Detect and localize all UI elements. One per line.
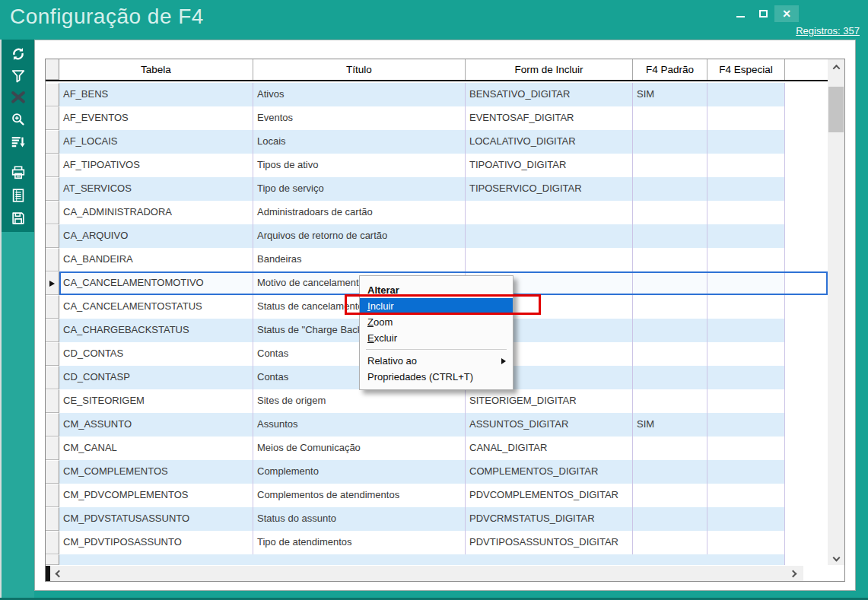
vertical-scrollbar[interactable]	[828, 59, 844, 565]
scroll-left-button[interactable]	[51, 566, 66, 581]
column-header-f4-padrao[interactable]: F4 Padrão	[633, 59, 707, 80]
table-row[interactable]: CM_ASSUNTOAssuntosASSUNTOS_DIGITARSIM	[46, 413, 828, 437]
cell-tabela: AF_BENS	[59, 83, 253, 106]
menu-item-alterar[interactable]: Alterar	[360, 282, 513, 298]
page-title: Configuração de F4	[10, 5, 204, 29]
scroll-up-button[interactable]	[828, 59, 844, 75]
vertical-scroll-thumb[interactable]	[828, 87, 844, 132]
cell-form	[466, 201, 633, 224]
row-filler	[785, 224, 828, 248]
cell-tabela: AF_EVENTOS	[59, 106, 253, 130]
table-row[interactable]: CM_COMPLEMENTOSComplementoCOMPLEMENTOS_D…	[46, 460, 828, 484]
cell-f4-especial	[707, 460, 785, 484]
table-row[interactable]: CE_SITEORIGEMSites de origemSITEORIGEM_D…	[46, 389, 828, 413]
cell-f4-padrao: SIM	[633, 83, 707, 106]
column-header-form-de-incluir[interactable]: Form de Incluir	[466, 59, 633, 80]
zoom-button[interactable]	[2, 110, 34, 129]
close-icon: ✕	[782, 8, 791, 19]
window-controls: ✕	[729, 5, 799, 22]
maximize-icon	[759, 10, 768, 17]
refresh-button[interactable]	[2, 44, 34, 64]
menu-item-incluir[interactable]: Incluir	[360, 298, 513, 314]
row-filler	[785, 319, 828, 342]
cell-form: TIPOSERVICO_DIGITAR	[466, 177, 633, 201]
menu-item-relativo-ao[interactable]: Relativo ao	[360, 353, 513, 369]
cell-titulo: Status do assunto	[253, 507, 466, 531]
cell-form: PDVTIPOSASSUNTOS_DIGITAR	[466, 531, 633, 554]
table-row[interactable]: CM_PDVCOMPLEMENTOSComplementos de atendi…	[46, 484, 828, 507]
column-header-f4-especial[interactable]: F4 Especial	[707, 59, 785, 80]
filter-button[interactable]	[2, 66, 34, 86]
chevron-right-icon	[789, 570, 796, 577]
cell-f4-padrao	[633, 342, 707, 366]
titlebar: Configuração de F4 ✕ Registros: 357	[0, 0, 868, 40]
row-indicator	[46, 366, 59, 389]
report-button[interactable]	[2, 186, 34, 205]
cell-titulo: Locais	[253, 130, 466, 154]
cell-f4-especial	[707, 154, 785, 177]
row-indicator	[46, 531, 59, 554]
table-row[interactable]: AF_LOCAISLocaisLOCALATIVO_DIGITAR	[46, 130, 828, 154]
table-row[interactable]: CA_ARQUIVOArquivos de retorno de cartão	[46, 224, 828, 248]
indicator-header-cell	[46, 59, 59, 80]
row-filler	[785, 460, 828, 484]
row-filler	[785, 389, 828, 413]
horizontal-scrollbar[interactable]	[46, 566, 803, 581]
maximize-button[interactable]	[752, 5, 774, 22]
report-icon	[10, 187, 27, 204]
minimize-button[interactable]	[729, 5, 752, 22]
column-header-tabela[interactable]: Tabela	[59, 59, 253, 80]
menu-item-excluir[interactable]: Excluir	[360, 330, 513, 346]
registros-link[interactable]: Registros: 357	[796, 25, 860, 37]
table-row[interactable]: CM_PDVTIPOSASSUNTOTipo de atendimentosPD…	[46, 531, 828, 554]
cell-form: PDVCOMPLEMENTOS_DIGITAR	[466, 484, 633, 507]
row-filler	[785, 154, 828, 177]
row-filler	[785, 342, 828, 366]
horizontal-scroll-thumb[interactable]	[46, 566, 50, 581]
table-row[interactable]: CM_CANALMeios de ComunicaçãoCANAL_DIGITA…	[46, 437, 828, 460]
cell-tabela: CA_BANDEIRA	[59, 248, 253, 271]
menu-item-zoom[interactable]: Zoom	[360, 314, 513, 330]
cell-form: BENSATIVO_DIGITAR	[466, 83, 633, 106]
menu-item-propriedades-ctrl-t[interactable]: Propriedades (CTRL+T)	[360, 369, 513, 385]
cell-f4-especial	[707, 295, 785, 319]
row-indicator	[46, 342, 59, 366]
cell-f4-especial	[707, 319, 785, 342]
table-row[interactable]: CA_ADMINISTRADORAAdministradoars de cart…	[46, 201, 828, 224]
cell-tabela: CM_ASSUNTO	[59, 413, 253, 437]
cell-f4-padrao	[633, 177, 707, 201]
cell-f4-especial	[707, 83, 785, 106]
table-row[interactable]: AF_TIPOATIVOSTipos de ativoTIPOATIVO_DIG…	[46, 154, 828, 177]
toolbar	[2, 40, 34, 232]
table-row[interactable]: AF_BENSAtivosBENSATIVO_DIGITARSIM	[46, 83, 828, 106]
cell-f4-padrao	[633, 366, 707, 389]
cell-f4-especial	[707, 201, 785, 224]
table-row[interactable]: CA_BANDEIRABandeiras	[46, 248, 828, 271]
close-button[interactable]: ✕	[774, 5, 799, 22]
table-row[interactable]: AF_EVENTOSEventosEVENTOSAF_DIGITAR	[46, 106, 828, 130]
row-filler	[785, 201, 828, 224]
cell-f4-especial	[707, 130, 785, 154]
cell-f4-padrao	[633, 437, 707, 460]
cell-f4-especial	[707, 531, 785, 554]
scroll-right-button[interactable]	[785, 566, 800, 581]
scroll-down-button[interactable]	[828, 550, 844, 565]
cell-tabela: CE_SITEORIGEM	[59, 389, 253, 413]
column-header-titulo[interactable]: Título	[253, 59, 466, 80]
table-row[interactable]: AT_SERVICOSTipo de serviçoTIPOSERVICO_DI…	[46, 177, 828, 201]
print-button[interactable]	[2, 163, 34, 183]
submenu-arrow-icon	[501, 358, 506, 364]
sort-button[interactable]	[2, 132, 34, 152]
table-row[interactable]: CM_PDVSTATUSASSUNTOStatus do assuntoPDVC…	[46, 507, 828, 531]
cell-titulo: Tipo de serviço	[253, 177, 466, 201]
column-header-filler	[785, 59, 828, 80]
row-indicator	[46, 413, 59, 437]
refresh-icon	[10, 46, 27, 62]
cell-tabela: CA_ARQUIVO	[59, 224, 253, 248]
clear-filter-button[interactable]	[2, 87, 34, 107]
cell-f4-padrao	[633, 389, 707, 413]
cell-titulo: Complementos de atendimentos	[253, 484, 466, 507]
partial-row-filler	[785, 554, 828, 565]
save-button[interactable]	[2, 208, 34, 228]
cell-f4-especial	[707, 389, 785, 413]
